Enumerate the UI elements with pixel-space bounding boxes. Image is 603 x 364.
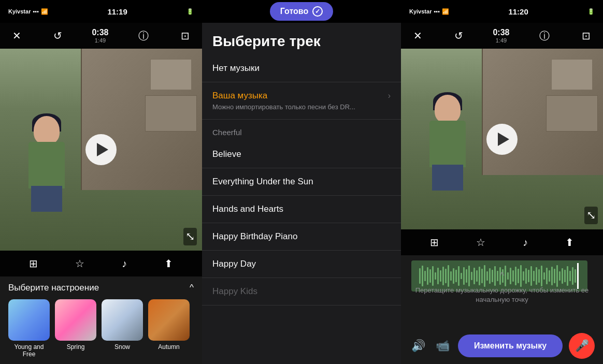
right-close-button[interactable]: ✕ xyxy=(411,27,424,44)
right-grid-icon[interactable]: ⊞ xyxy=(428,234,441,251)
svg-rect-22 xyxy=(476,270,478,282)
right-status-right: 🔋 xyxy=(587,8,595,15)
right-music-icon[interactable]: ♪ xyxy=(521,235,530,251)
left-box2 xyxy=(145,95,197,132)
right-share-icon[interactable]: ⬆ xyxy=(563,234,576,251)
left-char-body xyxy=(28,142,65,188)
list-item[interactable]: Snow xyxy=(102,299,143,358)
left-share-icon[interactable]: ⬆ xyxy=(162,255,175,272)
svg-rect-55 xyxy=(562,268,563,284)
svg-rect-29 xyxy=(494,266,496,286)
right-star-icon[interactable]: ☆ xyxy=(474,234,487,251)
right-expand-icon[interactable]: ⤡ xyxy=(584,207,598,224)
right-time-display: 0:38 xyxy=(493,28,509,37)
svg-rect-25 xyxy=(484,265,485,287)
done-button[interactable]: Готово ✓ xyxy=(270,2,333,21)
right-status-time: 11:20 xyxy=(508,7,528,16)
right-info-button[interactable]: ⓘ xyxy=(537,27,552,45)
left-mood-title: Выберите настроение xyxy=(8,283,99,293)
right-bottom-toolbar: ⊞ ☆ ♪ ⬆ xyxy=(401,229,603,255)
left-mood-label-autumn: Autumn xyxy=(158,343,179,351)
left-timer: 0:38 1:49 xyxy=(92,28,108,43)
left-video-area: ⤡ xyxy=(0,49,202,251)
right-play-button[interactable] xyxy=(486,124,518,155)
track-believe[interactable]: Believe xyxy=(202,141,401,168)
track-your-music[interactable]: Ваша музыка › Можно импортировать только… xyxy=(202,82,401,120)
left-grid-icon[interactable]: ⊞ xyxy=(27,255,40,272)
svg-rect-23 xyxy=(479,267,480,285)
change-music-button[interactable]: Изменить музыку xyxy=(458,334,563,357)
right-sound-music-icon[interactable]: 🔊 xyxy=(409,337,427,355)
left-mood-scroll: Young andFree Spring Snow Autumn xyxy=(8,299,194,358)
right-undo-button[interactable]: ↺ xyxy=(452,27,465,44)
track-no-music[interactable]: Нет музыки xyxy=(202,55,401,82)
left-time-display: 0:38 xyxy=(92,28,108,37)
svg-rect-60 xyxy=(575,269,576,283)
right-char-body xyxy=(429,121,466,167)
left-play-button[interactable] xyxy=(85,134,117,165)
right-video-sound-icon[interactable]: 📹 xyxy=(434,337,452,355)
left-close-button[interactable]: ✕ xyxy=(10,27,23,44)
right-battery-icon: 🔋 xyxy=(587,8,595,15)
left-status-right: 🔋 xyxy=(186,8,194,15)
svg-rect-39 xyxy=(520,265,522,287)
right-bottom-music-bar: 🔊 📹 Изменить музыку 🎤 xyxy=(401,328,603,364)
right-character xyxy=(417,95,479,188)
left-battery-icon: 🔋 xyxy=(186,8,194,15)
right-box2 xyxy=(546,95,598,132)
left-toolbar: ✕ ↺ 0:38 1:49 ⓘ ⊡ xyxy=(0,23,202,49)
svg-rect-3 xyxy=(427,267,428,285)
svg-rect-18 xyxy=(466,269,467,283)
svg-rect-44 xyxy=(533,271,535,281)
svg-rect-46 xyxy=(538,269,540,283)
svg-rect-15 xyxy=(458,266,460,286)
svg-rect-28 xyxy=(492,270,493,282)
left-mood-label-young: Young andFree xyxy=(15,343,44,358)
list-item[interactable]: Autumn xyxy=(148,299,190,358)
your-music-row: Ваша музыка › xyxy=(212,91,391,101)
list-item[interactable]: Young andFree xyxy=(8,299,50,358)
track-happy-kids: Happy Kids xyxy=(202,278,401,305)
middle-status-bar: Готово ✓ xyxy=(202,0,401,23)
track-category-cheerful: Cheerful xyxy=(202,120,401,141)
svg-rect-49 xyxy=(546,268,548,284)
track-list: Нет музыки Ваша музыка › Можно импортиро… xyxy=(202,55,401,364)
left-mood-label-spring: Spring xyxy=(67,343,85,351)
track-everything-under-the-sun[interactable]: Everything Under the Sun xyxy=(202,168,401,196)
left-undo-button[interactable]: ↺ xyxy=(51,27,64,44)
svg-rect-53 xyxy=(556,265,558,287)
right-status-bar: Kyivstar ▪▪▪ 📶 11:20 🔋 xyxy=(401,0,603,23)
left-status-left: Kyivstar ▪▪▪ 📶 xyxy=(8,8,48,15)
right-play-triangle xyxy=(498,133,509,146)
svg-rect-10 xyxy=(445,269,447,283)
left-info-button[interactable]: ⓘ xyxy=(136,27,151,45)
track-no-music-label: Нет музыки xyxy=(212,63,260,73)
track-hands-and-hearts[interactable]: Hands and Hearts xyxy=(202,196,401,223)
svg-rect-62 xyxy=(577,263,579,289)
right-video-area: ⤡ xyxy=(401,49,603,229)
left-expand-icon[interactable]: ⤡ xyxy=(183,228,197,245)
left-bottom-toolbar: ⊞ ☆ ♪ ⬆ xyxy=(0,251,202,276)
left-crop-button[interactable]: ⊡ xyxy=(179,27,192,44)
left-music-icon[interactable]: ♪ xyxy=(120,256,129,272)
svg-rect-14 xyxy=(455,270,457,282)
left-star-icon[interactable]: ☆ xyxy=(73,255,87,272)
done-checkmark-icon: ✓ xyxy=(312,6,323,17)
left-mood-chevron[interactable]: ^ xyxy=(190,283,194,293)
track-happy-birthday-piano[interactable]: Happy Birthday Piano xyxy=(202,223,401,251)
right-char-legs xyxy=(432,165,463,191)
track-happy-day[interactable]: Happy Day xyxy=(202,251,401,278)
svg-rect-30 xyxy=(497,271,498,281)
left-status-time: 11:19 xyxy=(107,7,127,16)
svg-rect-24 xyxy=(481,269,483,283)
svg-rect-21 xyxy=(473,268,475,284)
right-crop-button[interactable]: ⊡ xyxy=(580,27,593,44)
mic-button[interactable]: 🎤 xyxy=(569,333,595,359)
drag-hint-text: Перетащите музыкальную дорожку, чтобы из… xyxy=(401,286,603,304)
svg-rect-11 xyxy=(448,265,449,287)
right-box1 xyxy=(551,59,593,90)
svg-rect-5 xyxy=(432,266,434,286)
left-character xyxy=(16,116,78,209)
right-duration-display: 1:49 xyxy=(496,37,507,43)
list-item[interactable]: Spring xyxy=(55,299,96,358)
